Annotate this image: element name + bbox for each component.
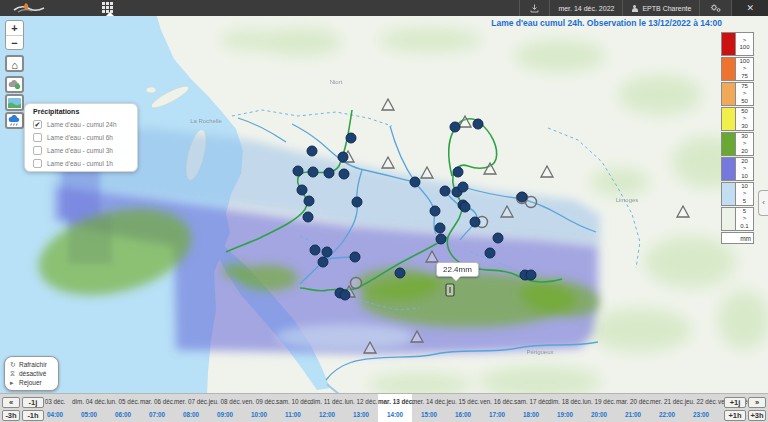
station-dot[interactable] <box>293 166 303 176</box>
stations-layer-button[interactable] <box>5 76 24 93</box>
checkbox-unchecked[interactable] <box>33 146 42 155</box>
timeline-prev-day-button[interactable]: -1j <box>22 397 44 408</box>
station-dot[interactable] <box>339 169 349 179</box>
checkbox-checked[interactable]: ✔ <box>33 120 42 129</box>
station-dot[interactable] <box>340 290 350 300</box>
timeline-time: 11:00 <box>276 408 310 422</box>
station-dot[interactable] <box>436 234 446 244</box>
timeline-cell[interactable]: jeu. 08 déc.09:00 <box>208 394 242 422</box>
timeline-cell[interactable]: jeu. 22 déc.23:00 <box>684 394 718 422</box>
timeline-time: 16:00 <box>446 408 480 422</box>
current-date[interactable]: mer. 14 déc. 2022 <box>549 0 622 16</box>
station-dot[interactable] <box>410 177 420 187</box>
station-dot[interactable] <box>453 167 463 177</box>
refresh-panel-item[interactable]: ↻Rafraichir <box>10 360 58 369</box>
timeline-time: 14:00 <box>378 408 412 422</box>
timeline-cell[interactable]: ven. 16 déc.17:00 <box>480 394 514 422</box>
map-canvas[interactable]: Lame d'eau cumul 24h. Observation le 13/… <box>0 0 768 394</box>
legend-row: 100>75 <box>721 57 754 81</box>
timeline-cell[interactable]: mer. 14 déc.15:00 <box>412 394 446 422</box>
station-dot[interactable] <box>310 245 320 255</box>
checkbox-unchecked[interactable] <box>33 133 42 142</box>
station-dot[interactable] <box>395 268 405 278</box>
download-button[interactable] <box>519 0 549 16</box>
legend-swatch <box>721 57 736 81</box>
refresh-panel-item[interactable]: ⧖désactivé <box>10 369 58 378</box>
station-dot[interactable] <box>318 257 328 267</box>
radar-image-layer-button[interactable] <box>5 94 24 111</box>
station-dot[interactable] <box>458 182 468 192</box>
timeline-date: jeu. 08 déc. <box>208 394 242 408</box>
timeline-last-button[interactable]: » <box>748 397 766 408</box>
timeline-next-day-button[interactable]: +1j <box>724 397 746 408</box>
station-dot[interactable] <box>470 217 480 227</box>
timeline-cell[interactable]: lun. 05 déc.06:00 <box>106 394 140 422</box>
legend-swatch <box>721 82 736 106</box>
timeline-cell[interactable]: dim. 04 déc.05:00 <box>72 394 106 422</box>
timeline-cell-selected[interactable]: mar. 13 déc.14:00 <box>378 394 412 422</box>
station-dot[interactable] <box>350 252 360 262</box>
checkbox-unchecked[interactable] <box>33 159 42 168</box>
station-dot[interactable] <box>435 223 445 233</box>
timeline-date: lun. 19 déc. <box>582 394 616 408</box>
station-dot[interactable] <box>473 119 483 129</box>
timeline-first-button[interactable]: « <box>2 397 20 408</box>
rain-layer-button[interactable] <box>5 112 24 129</box>
precipitations-panel: Précipitations ✔Lame d'eau - cumul 24hLa… <box>24 103 138 172</box>
close-button[interactable]: ✕ <box>731 0 768 16</box>
timeline-prev-3h-button[interactable]: -3h <box>2 410 20 421</box>
legend-row: >100 <box>721 32 754 56</box>
timeline-cell[interactable]: lun. 19 déc.20:00 <box>582 394 616 422</box>
timeline-cell[interactable]: ven. 09 déc.10:00 <box>242 394 276 422</box>
user-menu[interactable]: EPTB Charente <box>622 0 699 16</box>
refresh-panel-item[interactable]: ▸Rejouer <box>10 378 58 387</box>
timeline-next-3h-button[interactable]: +3h <box>748 410 766 421</box>
timeline-cell[interactable]: lun. 12 déc.13:00 <box>344 394 378 422</box>
station-dot[interactable] <box>308 167 318 177</box>
station-dot[interactable] <box>303 212 313 222</box>
precip-option[interactable]: ✔Lame d'eau - cumul 24h <box>33 118 137 131</box>
timeline-cell[interactable]: mer. 07 déc.08:00 <box>174 394 208 422</box>
precip-option[interactable]: Lame d'eau - cumul 6h <box>33 131 137 144</box>
station-dot[interactable] <box>460 202 470 212</box>
station-dot[interactable] <box>307 146 317 156</box>
timeline-prev-1h-button[interactable]: -1h <box>22 410 44 421</box>
timeline-next-1h-button[interactable]: +1h <box>724 410 746 421</box>
timeline-cell[interactable]: dim. 18 déc.19:00 <box>548 394 582 422</box>
timeline-date: ven. 16 déc. <box>480 394 514 408</box>
station-dot[interactable] <box>493 233 503 243</box>
station-dot[interactable] <box>322 247 332 257</box>
timeline-cell[interactable]: jeu. 15 déc.16:00 <box>446 394 480 422</box>
station-dot[interactable] <box>304 196 314 206</box>
zoom-out-button[interactable]: − <box>6 36 23 51</box>
timeline-date: sam. 10 déc. <box>276 394 310 408</box>
inactive-station-circle[interactable] <box>351 278 362 289</box>
timeline-cell[interactable]: dim. 11 déc.12:00 <box>310 394 344 422</box>
timeline-cell[interactable]: mar. 20 déc.21:00 <box>616 394 650 422</box>
legend-row: 20>10 <box>721 157 754 181</box>
timeline-cell[interactable]: mar. 06 déc.07:00 <box>140 394 174 422</box>
precip-option[interactable]: Lame d'eau - cumul 3h <box>33 144 137 157</box>
timeline-time: 10:00 <box>242 408 276 422</box>
home-button[interactable]: ⌂ <box>5 55 24 72</box>
timeline-time: 07:00 <box>140 408 174 422</box>
station-dot[interactable] <box>517 192 527 202</box>
timeline-time: 18:00 <box>514 408 548 422</box>
station-dot[interactable] <box>440 186 450 196</box>
station-dot[interactable] <box>297 185 307 195</box>
station-dot[interactable] <box>338 152 348 162</box>
station-dot[interactable] <box>352 197 362 207</box>
precip-option[interactable]: Lame d'eau - cumul 1h <box>33 157 137 170</box>
station-dot[interactable] <box>346 133 356 143</box>
station-dot[interactable] <box>324 168 334 178</box>
timeline-cell[interactable]: sam. 10 déc.11:00 <box>276 394 310 422</box>
panel-collapse-handle[interactable]: ‹ <box>758 190 768 216</box>
station-dot[interactable] <box>450 122 460 132</box>
settings-button[interactable] <box>699 0 731 16</box>
timeline-cell[interactable]: sam. 17 déc.18:00 <box>514 394 548 422</box>
station-dot[interactable] <box>526 270 536 280</box>
zoom-in-button[interactable]: + <box>6 21 23 36</box>
station-dot[interactable] <box>485 248 495 258</box>
timeline-cell[interactable]: mer. 21 déc.22:00 <box>650 394 684 422</box>
station-dot[interactable] <box>430 206 440 216</box>
